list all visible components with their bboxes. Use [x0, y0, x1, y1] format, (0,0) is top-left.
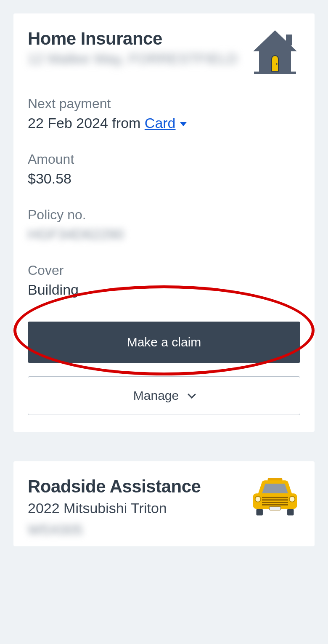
svg-rect-4 [254, 72, 296, 74]
card-header: Roadside Assistance 2022 Mitsubishi Trit… [28, 476, 300, 538]
svg-rect-14 [256, 509, 262, 515]
svg-rect-15 [287, 509, 294, 515]
manage-label: Manage [133, 389, 179, 403]
next-payment-field: Next payment 22 Feb 2024 from Card [28, 96, 300, 131]
home-icon [250, 29, 300, 76]
car-icon [250, 476, 300, 519]
next-payment-date: 22 Feb 2024 from [28, 115, 145, 131]
policy-label: Policy no. [28, 207, 300, 223]
card-header: Home Insurance 12 Mallee Way, FORRESTFIE… [28, 29, 300, 76]
make-claim-button[interactable]: Make a claim [28, 322, 300, 363]
cover-label: Cover [28, 263, 300, 278]
svg-point-12 [255, 496, 261, 502]
payment-source-link[interactable]: Card [145, 115, 176, 131]
vehicle-reg-redacted: W5X005 [28, 522, 82, 538]
card-title: Home Insurance [28, 29, 238, 49]
chevron-down-icon [188, 390, 196, 399]
vehicle-name: 2022 Mitsubishi Triton [28, 500, 201, 516]
highlight-annotation: Make a claim [28, 298, 300, 363]
svg-point-3 [276, 63, 278, 65]
manage-button[interactable]: Manage [28, 376, 300, 415]
home-insurance-card: Home Insurance 12 Mallee Way, FORRESTFIE… [13, 13, 315, 432]
caret-down-icon[interactable] [180, 122, 187, 126]
amount-label: Amount [28, 152, 300, 167]
roadside-assistance-card: Roadside Assistance 2022 Mitsubishi Trit… [13, 461, 315, 546]
policy-value-redacted: HGF34D62290 [28, 226, 124, 242]
amount-value: $30.58 [28, 170, 300, 187]
cover-field: Cover Building [28, 263, 300, 298]
card-address-redacted: 12 Mallee Way, FORRESTFIELD [28, 51, 238, 67]
svg-rect-11 [269, 506, 280, 510]
next-payment-label: Next payment [28, 96, 300, 112]
card-title: Roadside Assistance [28, 476, 201, 497]
svg-point-13 [289, 496, 295, 502]
policy-field: Policy no. HGF34D62290 [28, 207, 300, 242]
amount-field: Amount $30.58 [28, 152, 300, 187]
next-payment-value: 22 Feb 2024 from Card [28, 115, 300, 131]
cover-value: Building [28, 282, 300, 298]
